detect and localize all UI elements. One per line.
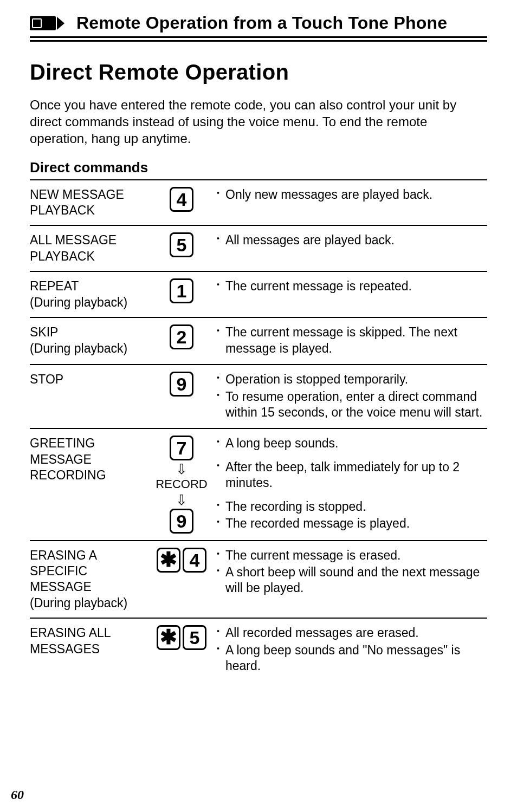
command-label: ALL MESSAGE PLAYBACK — [30, 225, 146, 271]
down-arrow-icon: ⇩ — [176, 462, 188, 476]
command-desc: All recorded messages are erased. A long… — [217, 618, 487, 681]
table-row: REPEAT (During playback) 1 The current m… — [30, 271, 487, 317]
command-keys: 7 ⇩ RECORD ⇩ 9 — [146, 428, 217, 540]
intro-paragraph: Once you have entered the remote code, y… — [30, 96, 487, 147]
command-desc: The current message is skipped. The next… — [217, 317, 487, 365]
command-desc: A long beep sounds. After the beep, talk… — [217, 428, 487, 540]
table-row: GREETING MESSAGE RECORDING 7 ⇩ RECORD ⇩ … — [30, 428, 487, 540]
table-row: ALL MESSAGE PLAYBACK 5 All messages are … — [30, 225, 487, 271]
command-desc: The current message is erased. A short b… — [217, 541, 487, 619]
down-arrow-icon: ⇩ — [176, 493, 188, 507]
keycap-5: 5 — [183, 625, 206, 650]
subheading: Direct commands — [30, 159, 487, 176]
keycap-7: 7 — [170, 436, 193, 460]
command-keys: 5 — [146, 225, 217, 271]
keycap-2: 2 — [170, 324, 193, 349]
command-keys: 2 — [146, 317, 217, 365]
table-row: SKIP (During playback) 2 The current mes… — [30, 317, 487, 365]
keycap-4: 4 — [170, 187, 193, 212]
table-row: NEW MESSAGE PLAYBACK 4 Only new messages… — [30, 180, 487, 226]
command-desc: The current message is repeated. — [217, 271, 487, 317]
table-row: ERASING ALL MESSAGES ✱5 All recorded mes… — [30, 618, 487, 681]
keycap-star: ✱ — [157, 548, 180, 573]
record-label: RECORD — [156, 478, 207, 491]
command-label: ERASING A SPECIFIC MESSAGE (During playb… — [30, 541, 146, 619]
command-keys: ✱5 — [146, 618, 217, 681]
command-keys: ✱4 — [146, 541, 217, 619]
keycap-9: 9 — [170, 509, 193, 534]
keycap-star: ✱ — [157, 625, 180, 650]
command-desc: Operation is stopped temporarily. To res… — [217, 365, 487, 428]
command-label: STOP — [30, 365, 146, 428]
command-label: GREETING MESSAGE RECORDING — [30, 428, 146, 540]
page-title: Direct Remote Operation — [30, 60, 487, 85]
command-keys: 4 — [146, 180, 217, 226]
keycap-1: 1 — [170, 278, 193, 303]
table-row: STOP 9 Operation is stopped temporarily.… — [30, 365, 487, 428]
command-keys: 1 — [146, 271, 217, 317]
command-label: REPEAT (During playback) — [30, 271, 146, 317]
double-rule — [30, 36, 487, 42]
page-number: 60 — [11, 788, 24, 802]
keycap-5: 5 — [170, 232, 193, 257]
command-label: ERASING ALL MESSAGES — [30, 618, 146, 681]
commands-table: NEW MESSAGE PLAYBACK 4 Only new messages… — [30, 179, 487, 682]
command-desc: Only new messages are played back. — [217, 180, 487, 226]
table-row: ERASING A SPECIFIC MESSAGE (During playb… — [30, 541, 487, 619]
command-label: SKIP (During playback) — [30, 317, 146, 365]
section-header: Remote Operation from a Touch Tone Phone — [30, 13, 487, 33]
keycap-9: 9 — [170, 372, 193, 397]
command-desc: All messages are played back. — [217, 225, 487, 271]
arrow-box-icon — [30, 16, 56, 30]
command-keys: 9 — [146, 365, 217, 428]
command-label: NEW MESSAGE PLAYBACK — [30, 180, 146, 226]
keycap-4: 4 — [183, 548, 206, 573]
section-title: Remote Operation from a Touch Tone Phone — [76, 13, 447, 33]
